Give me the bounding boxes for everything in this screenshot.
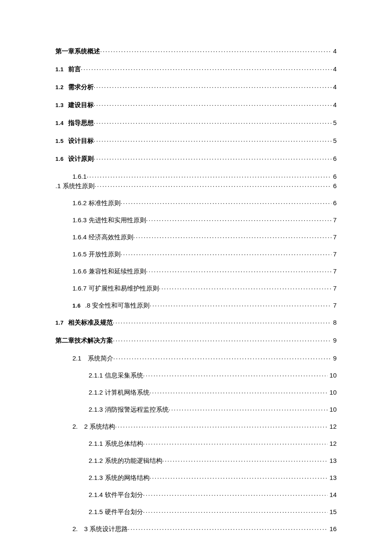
toc-row: 1.6.3 先进性和实用性原则7 — [55, 216, 337, 224]
toc-label: 2.1.3 系统的网络结构 — [89, 474, 150, 482]
toc-page-number: 7 — [331, 233, 337, 241]
toc-page-number: 10 — [328, 389, 337, 396]
toc-label: 2.1.4 软件平台划分 — [89, 491, 143, 499]
toc-label: 1.6.6 兼容性和延续性原则 — [72, 267, 146, 276]
toc-row: 2.1 系统简介9 — [55, 354, 337, 363]
toc-page-number: 9 — [331, 337, 337, 344]
toc-page-number: 12 — [328, 423, 337, 430]
toc-label: 需求分析 — [68, 83, 94, 91]
toc-page-number: 4 — [331, 47, 337, 55]
toc-dots — [115, 422, 328, 429]
toc-label: 2.1.5 硬件平台划分 — [89, 508, 143, 516]
toc-label: 前言 — [68, 65, 81, 73]
toc-row: 2. 3 系统设计思路16 — [55, 525, 337, 533]
toc-row: 1.6.8 安全性和可靠性原则7 — [55, 301, 337, 310]
toc-label: 指导思想 — [68, 119, 94, 127]
toc-page-number: 7 — [331, 250, 337, 258]
toc-label: 2.1 系统简介 — [72, 355, 113, 363]
toc-dots — [113, 336, 331, 343]
toc-row: 2.1.1 系统总体结构12 — [55, 439, 337, 448]
toc-page-number: 10 — [328, 406, 337, 413]
toc-label: 2.1.3 消防报警远程监控系统 — [89, 406, 169, 414]
toc-page-number: 7 — [331, 216, 337, 224]
toc-label: 1.6.5 开放性原则 — [72, 250, 121, 259]
toc-page-number: 4 — [331, 65, 337, 73]
toc-label: 2. 3 系统设计思路 — [72, 525, 128, 533]
toc-number: 1.6 — [55, 156, 68, 162]
toc-dots — [94, 119, 331, 125]
toc-dots — [143, 508, 328, 514]
toc-page-number: 14 — [328, 491, 337, 498]
toc-label: 设计原则 — [68, 155, 94, 163]
toc-page-number: 12 — [328, 440, 337, 447]
toc-label: 第一章系统概述 — [55, 47, 100, 55]
toc-number: 1.7 — [55, 320, 68, 326]
toc-page-number: 8 — [331, 319, 337, 326]
toc-row-multiline: 1.6.16.1 系统性原则6 — [55, 172, 337, 190]
toc-label: 建设目标 — [68, 101, 94, 109]
toc-dots — [94, 154, 331, 161]
toc-row: 2. 2 系统结构12 — [55, 422, 337, 431]
toc-row: 2.1.2 计算机网络系统10 — [55, 388, 337, 397]
toc-page-number: 6 — [331, 199, 337, 206]
toc-number: 1.3 — [55, 102, 68, 108]
toc-label: 1.6.2 标准性原则 — [72, 199, 121, 207]
toc-page-number: 4 — [331, 83, 337, 90]
toc-row: 2.1.3 消防报警远程监控系统10 — [55, 405, 337, 414]
toc-dots — [86, 172, 331, 179]
toc-row: 1.7相关标准及规范8 — [55, 318, 337, 327]
toc-label: .1 系统性原则 — [55, 182, 95, 190]
toc-row: 2.1.5 硬件平台划分15 — [55, 508, 337, 516]
toc-label: 第二章技术解决方案 — [55, 337, 113, 345]
toc-dots — [100, 47, 331, 53]
toc-label: 2.1.2 计算机网络系统 — [89, 389, 150, 397]
toc-row: 1.6设计原则6 — [55, 154, 337, 163]
toc-dots — [143, 491, 328, 497]
toc-label: 1.6.7 可扩展性和易维护性原则 — [72, 285, 159, 293]
toc-dots — [94, 137, 331, 143]
toc-page-number: 15 — [328, 508, 337, 515]
toc-page-number: 7 — [331, 285, 337, 292]
toc-page-number: 7 — [331, 302, 337, 309]
toc-dots — [121, 250, 331, 256]
toc-label: 相关标准及规范 — [68, 319, 113, 327]
toc-row: 1.4指导思想5 — [55, 119, 337, 127]
toc-dots — [159, 284, 331, 291]
toc-row: 1.6.2 标准性原则6 — [55, 199, 337, 207]
toc-page-number: 7 — [331, 267, 337, 275]
toc-dots — [128, 525, 328, 531]
toc-dots — [150, 301, 331, 308]
toc-dots — [143, 371, 328, 378]
toc-dots — [133, 233, 331, 239]
toc-page-number: 13 — [328, 474, 337, 481]
toc-label: 1.6.3 先进性和实用性原则 — [72, 216, 146, 224]
toc-page: 第一章系统概述41.1前言41.2需求分析41.3建设目标41.4指导思想51.… — [0, 0, 392, 533]
toc-dots — [162, 456, 328, 463]
toc-row: 1.3建设目标4 — [55, 101, 337, 109]
toc-dots — [121, 199, 331, 205]
toc-row: 2.1.2 系统的功能逻辑结构13 — [55, 456, 337, 465]
toc-page-number: 4 — [331, 101, 337, 108]
toc-row: 1.6.5 开放性原则7 — [55, 250, 337, 259]
toc-dots — [113, 354, 331, 360]
toc-page-number: 16 — [328, 525, 337, 532]
toc-row: 2.1.3 系统的网络结构13 — [55, 474, 337, 482]
toc-page-number: 5 — [331, 119, 337, 126]
toc-row: 1.6.7 可扩展性和易维护性原则7 — [55, 284, 337, 293]
toc-page-number: 6 — [331, 182, 337, 189]
toc-dots — [95, 182, 331, 188]
toc-row: 1.2需求分析4 — [55, 83, 337, 91]
toc-dots — [94, 101, 331, 107]
toc-label: .8 安全性和可靠性原则 — [85, 302, 150, 310]
toc-page-number: 6 — [331, 155, 337, 162]
toc-dots — [169, 405, 328, 412]
toc-row: 2.1.1 信息采集系统10 — [55, 371, 337, 380]
toc-dots — [150, 388, 328, 395]
toc-page-number: 13 — [328, 457, 337, 464]
toc-label: 2. 2 系统结构 — [72, 423, 115, 431]
toc-number: 1.1 — [55, 66, 68, 73]
toc-row: 1.6.4 经济高效性原则7 — [55, 233, 337, 241]
toc-row: 1.5设计目标5 — [55, 137, 337, 145]
toc-row: 1.6.6 兼容性和延续性原则7 — [55, 267, 337, 276]
toc-label: 1.6.4 经济高效性原则 — [72, 233, 133, 241]
